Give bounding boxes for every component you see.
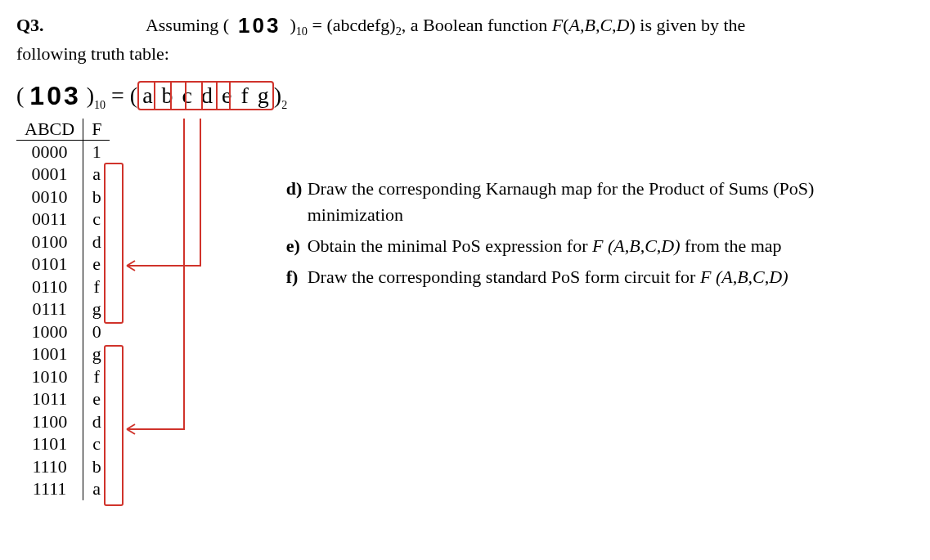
table-header-ABCD: ABCD bbox=[16, 119, 83, 141]
cell-key: 1000 bbox=[16, 320, 83, 343]
open-paren: ( bbox=[223, 15, 234, 35]
comma-text: , a Boolean function bbox=[402, 15, 552, 35]
content-row: ABCD F 000010001a0010b0011c0100d0101e011… bbox=[16, 119, 914, 500]
boxed-digits: a b c d e f g bbox=[137, 81, 274, 110]
table-row: 00001 bbox=[16, 140, 110, 163]
handwritten-103: 103 bbox=[238, 13, 281, 38]
table-row: 0101e bbox=[16, 253, 110, 276]
cell-key: 1110 bbox=[16, 455, 83, 478]
truth-table: ABCD F 000010001a0010b0011c0100d0101e011… bbox=[16, 119, 110, 500]
table-row: 0011c bbox=[16, 208, 110, 231]
cell-val: b bbox=[83, 455, 110, 478]
bullet-f: f) bbox=[286, 264, 308, 290]
text-e-b: from the map bbox=[685, 235, 782, 256]
cell-key: 0110 bbox=[16, 276, 83, 298]
table-row: 1001g bbox=[16, 343, 110, 365]
digit-b: b bbox=[160, 83, 175, 109]
table-header-F: F bbox=[83, 119, 110, 141]
cell-val: c bbox=[83, 208, 110, 231]
disp-open: ( bbox=[16, 83, 29, 108]
cell-val: f bbox=[83, 276, 110, 298]
question-list: d) Draw the corresponding Karnaugh map f… bbox=[286, 176, 914, 295]
table-row: 0010b bbox=[16, 186, 110, 208]
digit-f: f bbox=[239, 83, 249, 109]
cell-key: 0101 bbox=[16, 253, 83, 276]
cell-val: 1 bbox=[83, 140, 110, 163]
cell-key: 1111 bbox=[16, 477, 83, 500]
cell-key: 0010 bbox=[16, 186, 83, 208]
cell-key: 0000 bbox=[16, 140, 83, 163]
cell-val: d bbox=[83, 410, 110, 433]
digit-a: a bbox=[141, 83, 154, 109]
item-f: f) Draw the corresponding standard PoS f… bbox=[286, 264, 914, 290]
digit-e: e bbox=[220, 83, 233, 109]
text-f-a: Draw the corresponding standard PoS form… bbox=[308, 267, 700, 287]
eq-abcdefg: = (abcdefg) bbox=[312, 15, 396, 35]
table-row: 1101c bbox=[16, 432, 110, 455]
table-area: ABCD F 000010001a0010b0011c0100d0101e011… bbox=[16, 119, 180, 500]
cell-val: a bbox=[83, 163, 110, 186]
F-letter: F bbox=[552, 15, 563, 35]
disp-mid: ) bbox=[81, 83, 94, 108]
cell-key: 0100 bbox=[16, 231, 83, 253]
handwritten-103-2: 103 bbox=[29, 81, 80, 110]
open-paren-2: ( bbox=[563, 15, 568, 35]
text-e: Obtain the minimal PoS expression for F … bbox=[308, 233, 782, 259]
table-row: 10000 bbox=[16, 320, 110, 343]
cell-key: 1101 bbox=[16, 432, 83, 455]
cell-val: b bbox=[83, 186, 110, 208]
table-row: 0100d bbox=[16, 231, 110, 253]
item-e: e) Obtain the minimal PoS expression for… bbox=[286, 233, 914, 259]
F-expr-e: F (A,B,C,D) bbox=[592, 235, 681, 256]
cell-key: 1100 bbox=[16, 410, 83, 433]
cell-val: e bbox=[83, 253, 110, 276]
table-row: 1111a bbox=[16, 477, 110, 500]
table-row: 1100d bbox=[16, 410, 110, 433]
page: Q3. Assuming ( 103 )10 = (abcdefg)2, a B… bbox=[0, 0, 930, 508]
cell-val: d bbox=[83, 231, 110, 253]
text-f: Draw the corresponding standard PoS form… bbox=[308, 264, 788, 290]
table-row: 0110f bbox=[16, 276, 110, 298]
sub-10: 10 bbox=[296, 25, 308, 38]
close-paren: ) bbox=[285, 15, 296, 35]
cell-key: 1001 bbox=[16, 343, 83, 365]
cell-key: 0011 bbox=[16, 208, 83, 231]
cell-val: c bbox=[83, 432, 110, 455]
bullet-e: e) bbox=[286, 233, 308, 259]
text-e-a: Obtain the minimal PoS expression for bbox=[308, 235, 592, 256]
close-paren-2: ) is given by the bbox=[630, 15, 746, 35]
table-row: 1010f bbox=[16, 365, 110, 388]
question-line-1: Q3. Assuming ( 103 )10 = (abcdefg)2, a B… bbox=[16, 11, 914, 38]
bullet-d: d) bbox=[286, 176, 308, 228]
table-row: 1110b bbox=[16, 455, 110, 478]
cell-val: g bbox=[83, 343, 110, 365]
cell-val: g bbox=[83, 298, 110, 320]
table-row: 1011e bbox=[16, 388, 110, 410]
cell-key: 1010 bbox=[16, 365, 83, 388]
text-assuming: Assuming bbox=[146, 15, 223, 35]
sub-2: 2 bbox=[396, 25, 402, 38]
item-d: d) Draw the corresponding Karnaugh map f… bbox=[286, 176, 914, 228]
following-text: following truth table: bbox=[16, 43, 914, 65]
table-row: 0111g bbox=[16, 298, 110, 320]
cell-val: a bbox=[83, 477, 110, 500]
q3-label: Q3. bbox=[16, 15, 44, 35]
sub-2-2: 2 bbox=[281, 99, 287, 111]
cell-val: 0 bbox=[83, 320, 110, 343]
text-d: Draw the corresponding Karnaugh map for … bbox=[308, 176, 914, 228]
cell-key: 1011 bbox=[16, 388, 83, 410]
digit-g: g bbox=[256, 83, 271, 109]
vars-ABCD: A,B,C,D bbox=[569, 15, 630, 35]
cell-key: 0001 bbox=[16, 163, 83, 186]
display-equation: ( 103 )10 = ( a b c d e f g )2 bbox=[16, 79, 287, 112]
cell-val: f bbox=[83, 365, 110, 388]
F-expr-f: F (A,B,C,D) bbox=[700, 267, 788, 287]
cell-val: e bbox=[83, 388, 110, 410]
digit-c: c bbox=[181, 83, 194, 109]
table-row: 0001a bbox=[16, 163, 110, 186]
sub-10-2: 10 bbox=[94, 99, 106, 111]
disp-eq: = bbox=[111, 83, 130, 108]
close-paren-boxed: ) bbox=[274, 83, 281, 108]
cell-key: 0111 bbox=[16, 298, 83, 320]
open-paren-boxed: ( bbox=[130, 83, 137, 108]
